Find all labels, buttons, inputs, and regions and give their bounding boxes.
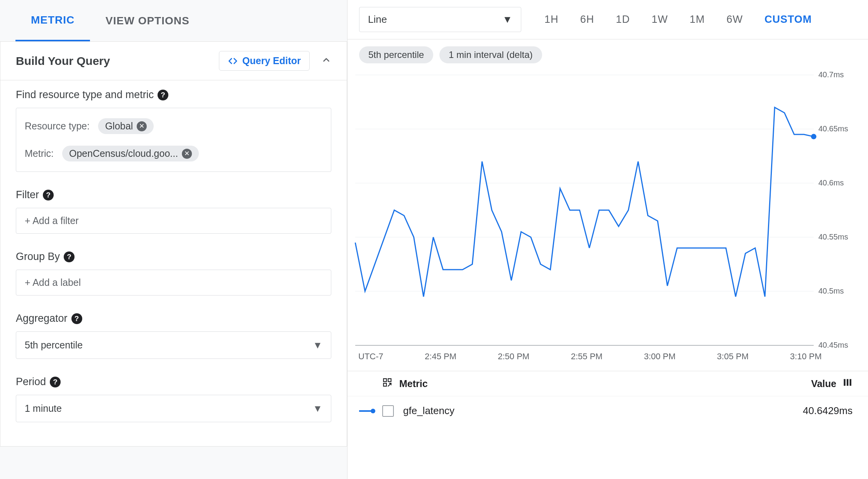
time-range-1h[interactable]: 1H — [544, 14, 559, 25]
period-value: 1 minute — [25, 403, 62, 414]
caret-down-icon: ▼ — [313, 403, 322, 414]
find-metric-section: Find resource type and metric ? Resource… — [0, 80, 347, 180]
aggregator-value: 5th percentile — [25, 340, 83, 351]
code-icon — [228, 56, 238, 66]
query-editor-button[interactable]: Query Editor — [219, 51, 310, 71]
svg-rect-15 — [383, 383, 387, 386]
query-builder-panel: METRIC VIEW OPTIONS Build Your Query Que… — [0, 0, 348, 479]
filter-input[interactable]: + Add a filter — [16, 208, 331, 234]
left-tabs: METRIC VIEW OPTIONS — [0, 0, 347, 42]
legend-value-header: Value — [811, 378, 836, 389]
help-icon[interactable]: ? — [50, 377, 61, 387]
svg-point-20 — [371, 409, 375, 413]
line-chart: 40.7ms40.65ms40.6ms40.55ms40.5ms40.45ms — [351, 71, 856, 349]
groupby-input[interactable]: + Add a label — [16, 270, 331, 296]
time-range-6w[interactable]: 6W — [727, 14, 743, 25]
svg-text:40.65ms: 40.65ms — [818, 124, 848, 133]
caret-down-icon: ▼ — [313, 340, 322, 351]
metric-row: Metric: OpenCensus/cloud.goo... ✕ — [25, 143, 322, 165]
period-section: Period ? 1 minute ▼ — [0, 367, 347, 431]
svg-rect-16 — [844, 379, 845, 386]
metric-pill[interactable]: OpenCensus/cloud.goo... ✕ — [62, 146, 199, 161]
chevron-up-icon — [321, 55, 331, 65]
find-metric-label-text: Find resource type and metric — [16, 89, 154, 101]
resource-type-label: Resource type: — [25, 121, 90, 132]
chart-area[interactable]: 40.7ms40.65ms40.6ms40.55ms40.5ms40.45ms — [351, 71, 856, 349]
svg-rect-14 — [388, 379, 391, 382]
x-tick: UTC-7 — [358, 352, 383, 362]
period-label-text: Period — [16, 376, 46, 388]
time-range-6h[interactable]: 6H — [580, 14, 595, 25]
x-axis-ticks: UTC-72:45 PM2:50 PM2:55 PM3:00 PM3:05 PM… — [351, 349, 856, 362]
svg-text:40.5ms: 40.5ms — [818, 287, 844, 295]
svg-point-12 — [811, 134, 816, 139]
legend: Metric Value gfe_latency 40.6429ms — [348, 371, 868, 425]
resource-type-pill[interactable]: Global ✕ — [98, 118, 154, 134]
remove-metric-icon[interactable]: ✕ — [182, 149, 192, 159]
x-tick: 2:50 PM — [498, 352, 529, 362]
resource-metric-box[interactable]: Resource type: Global ✕ Metric: OpenCens… — [16, 108, 331, 172]
filter-label-text: Filter — [16, 189, 39, 201]
panel-header: Build Your Query Query Editor — [0, 42, 347, 80]
time-range-1m[interactable]: 1M — [690, 14, 705, 25]
time-range-1w[interactable]: 1W — [652, 14, 668, 25]
chart-toolbar: Line ▼ 1H6H1D1W1M6WCUSTOM — [348, 0, 868, 39]
series-color-marker — [359, 408, 376, 414]
metric-value: OpenCensus/cloud.goo... — [69, 148, 178, 159]
chart-panel: Line ▼ 1H6H1D1W1M6WCUSTOM 5th percentile… — [348, 0, 868, 479]
series-checkbox[interactable] — [382, 405, 394, 417]
columns-icon[interactable] — [843, 377, 853, 390]
series-value: 40.6429ms — [803, 405, 853, 417]
time-range-1d[interactable]: 1D — [616, 14, 630, 25]
period-select[interactable]: 1 minute ▼ — [16, 395, 331, 422]
svg-text:40.45ms: 40.45ms — [818, 341, 848, 349]
time-range-custom[interactable]: CUSTOM — [765, 14, 812, 25]
legend-row[interactable]: gfe_latency 40.6429ms — [348, 396, 868, 425]
legend-header: Metric Value — [348, 371, 868, 396]
build-query-panel: Build Your Query Query Editor Find resou… — [0, 42, 347, 447]
chart-type-value: Line — [368, 14, 387, 25]
time-range-selector: 1H6H1D1W1M6WCUSTOM — [544, 14, 812, 25]
x-tick: 3:10 PM — [790, 352, 822, 362]
filter-label: Filter ? — [16, 189, 331, 201]
svg-rect-13 — [383, 379, 387, 382]
aggregator-select[interactable]: 5th percentile ▼ — [16, 331, 331, 359]
find-metric-label: Find resource type and metric ? — [16, 89, 331, 101]
x-tick: 2:45 PM — [425, 352, 456, 362]
help-icon[interactable]: ? — [64, 251, 75, 262]
x-tick: 3:05 PM — [717, 352, 749, 362]
svg-text:40.7ms: 40.7ms — [818, 71, 844, 79]
panel-title: Build Your Query — [16, 54, 110, 68]
legend-grid-icon[interactable] — [382, 377, 392, 390]
caret-down-icon: ▼ — [502, 14, 512, 25]
collapse-icon[interactable] — [321, 54, 331, 68]
filter-placeholder: + Add a filter — [25, 215, 79, 226]
svg-rect-17 — [847, 379, 848, 386]
period-label: Period ? — [16, 376, 331, 388]
resource-type-row: Resource type: Global ✕ — [25, 115, 322, 137]
help-icon[interactable]: ? — [158, 90, 168, 100]
groupby-placeholder: + Add a label — [25, 277, 81, 288]
tab-metric[interactable]: METRIC — [15, 0, 90, 41]
help-icon[interactable]: ? — [43, 190, 54, 200]
chart-chip: 1 min interval (delta) — [439, 46, 542, 63]
resource-type-value: Global — [105, 121, 133, 132]
groupby-label: Group By ? — [16, 251, 331, 263]
chart-container: 40.7ms40.65ms40.6ms40.55ms40.5ms40.45ms … — [348, 67, 868, 362]
groupby-label-text: Group By — [16, 251, 60, 263]
tab-view-options[interactable]: VIEW OPTIONS — [90, 0, 205, 41]
groupby-section: Group By ? + Add a label — [0, 242, 347, 304]
x-tick: 2:55 PM — [571, 352, 602, 362]
help-icon[interactable]: ? — [71, 313, 82, 324]
x-tick: 3:00 PM — [644, 352, 676, 362]
chart-type-select[interactable]: Line ▼ — [359, 7, 521, 32]
series-name: gfe_latency — [403, 405, 454, 417]
remove-resource-type-icon[interactable]: ✕ — [137, 121, 147, 131]
filter-section: Filter ? + Add a filter — [0, 180, 347, 242]
chart-chips: 5th percentile1 min interval (delta) — [348, 39, 868, 67]
legend-metric-header: Metric — [399, 378, 428, 389]
svg-text:40.55ms: 40.55ms — [818, 233, 848, 241]
metric-label: Metric: — [25, 148, 54, 159]
aggregator-label-text: Aggregator — [16, 313, 68, 324]
svg-text:40.6ms: 40.6ms — [818, 178, 844, 187]
